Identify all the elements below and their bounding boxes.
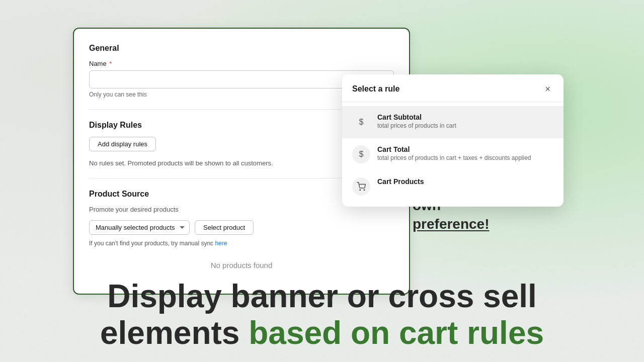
bottom-text-line1: Display banner or cross sell [30,278,614,315]
modal-body: $ Cart Subtotal total prices of products… [342,102,564,207]
bottom-text-block: Display banner or cross sell elements ba… [0,278,644,352]
rule-item-cart-products[interactable]: Cart Products [342,170,564,203]
required-star: * [108,60,112,67]
cart-total-name: Cart Total [377,145,553,153]
bottom-text-line2-part1: elements [100,315,249,351]
bottom-text-highlight: based on cart rules [249,315,544,351]
sync-link[interactable]: here [215,240,227,247]
modal-header: Select a rule × [342,74,564,102]
select-rule-modal: Select a rule × $ Cart Subtotal total pr… [342,74,564,207]
add-display-rules-button[interactable]: Add display rules [89,137,156,151]
modal-close-button[interactable]: × [542,83,553,95]
bottom-text-line2: elements based on cart rules [30,315,614,352]
side-text-line2: preference! [413,216,490,232]
product-source-subtitle: Promote your desired products [89,206,394,213]
sync-text: If you can't find your products, try man… [89,240,227,247]
cart-subtotal-info: Cart Subtotal total prices of products i… [377,113,553,129]
cart-products-info: Cart Products [377,177,553,187]
rule-item-cart-total[interactable]: $ Cart Total total prices of products in… [342,138,564,170]
cart-total-info: Cart Total total prices of products in c… [377,145,553,161]
no-products-text: No products found [89,261,394,269]
select-product-button[interactable]: Select product [195,220,254,235]
product-source-dropdown[interactable]: Manually selected products All products … [89,220,190,235]
modal-title: Select a rule [352,84,399,94]
cart-total-desc: total prices of products in cart + taxes… [377,154,553,161]
cart-products-icon [352,177,370,196]
cart-products-name: Cart Products [377,177,553,186]
cart-subtotal-desc: total prices of products in cart [377,122,553,129]
svg-point-0 [360,190,361,191]
svg-point-1 [364,190,365,191]
cart-total-icon: $ [352,145,370,163]
cart-subtotal-name: Cart Subtotal [377,113,553,121]
cart-subtotal-icon: $ [352,113,370,131]
rule-item-cart-subtotal[interactable]: $ Cart Subtotal total prices of products… [342,106,564,138]
product-source-row: Manually selected products All products … [89,220,394,247]
name-label: Name * [89,60,394,67]
general-title: General [89,44,394,53]
